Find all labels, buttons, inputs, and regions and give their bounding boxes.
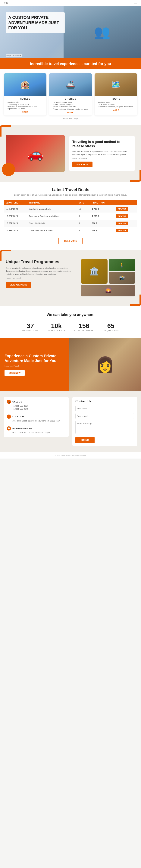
stress-title: Traveling is a good method to release st…: [72, 140, 132, 149]
hero-section: 👥 A CUSTOM PRIVATE ADVENTURE MADE JUST F…: [0, 6, 141, 58]
row3-departure: 16 SEP 2023: [4, 220, 27, 227]
adventure-book-button[interactable]: BOOK NOW: [4, 370, 25, 376]
tours-card: 🗺️ TOURS Preferred rates 200+ vetted pro…: [95, 73, 137, 116]
book-now-button[interactable]: BOOK NOW: [72, 161, 93, 167]
programmes-body: Sed ut perspiciatis unde omnis iste natu…: [6, 267, 76, 276]
contact-location: 📍 LOCATION 101, Block Street, 21 Avenue,…: [7, 414, 66, 423]
submit-button[interactable]: SUBMIT: [75, 437, 95, 443]
stats-title: We can take you anywhere: [4, 313, 137, 317]
tours-more-link[interactable]: MORE: [97, 109, 135, 111]
tours-feature-1: Preferred rates: [97, 101, 135, 103]
adventure-section: Experience a Custom Private Adventure Ma…: [0, 338, 141, 391]
stat-destinations-label: DESTINATIONS: [22, 330, 38, 332]
orange-banner: Incredible travel experiences, curated f…: [0, 58, 141, 69]
hotels-card: 🏨 HOTELS Breakfast daily 4 star dining, …: [4, 73, 46, 116]
row4-trip: Cape Town to Cape Town: [27, 227, 77, 234]
row1-departure: 15 SEP 2023: [4, 206, 27, 213]
contact-form: Contact Us SUBMIT: [72, 397, 137, 446]
row1-days: 16: [77, 206, 90, 213]
contact-section: 📞 CALL US +1 (234) 555-2367 +1 (234) 555…: [0, 391, 141, 452]
programme-image-2: 🚶: [109, 259, 135, 271]
row4-departure: 16 SEP 2023: [4, 227, 27, 234]
row1-price: 1 703 $: [90, 206, 114, 213]
footer-text: © 2023 Travel Agency. All rights reserve…: [55, 455, 86, 456]
footer: © 2023 Travel Agency. All rights reserve…: [0, 452, 141, 459]
row3-view-btn[interactable]: VIEW TRIP: [116, 222, 128, 225]
location-icon: 📍: [7, 414, 11, 419]
cruises-feature-1: Dedicated onboard hosts: [51, 101, 90, 103]
programme-image-3: 📸: [109, 272, 135, 284]
message-field[interactable]: [75, 421, 134, 435]
message-input[interactable]: [75, 421, 134, 434]
hotels-more-link[interactable]: MORE: [6, 111, 44, 113]
contact-call-us: 📞 CALL US +1 (234) 555-2367 +1 (234) 555…: [7, 400, 66, 411]
programmes-section: Unique Travel Programmes Sed ut perspici…: [0, 250, 141, 306]
name-input[interactable]: [75, 406, 134, 411]
logo: logo: [4, 1, 8, 4]
tours-feature-3: Access to more than 1,500 global destina…: [97, 106, 135, 108]
hero-title: A CUSTOM PRIVATE ADVENTURE MADE JUST FOR…: [6, 12, 65, 33]
row4-view-btn[interactable]: VIEW TRIP: [116, 229, 128, 232]
row2-view-btn[interactable]: VIEW TRIP: [116, 214, 128, 218]
travel-stress-section: 🚗 Traveling is a good method to release …: [0, 125, 141, 182]
programme-image-4: 🌄: [81, 285, 135, 297]
programmes-credit: Images from Freepik: [6, 277, 76, 279]
cruises-title: CRUISES: [51, 98, 90, 100]
row4-price: 368 $: [90, 227, 114, 234]
name-field[interactable]: [75, 406, 134, 411]
deals-subtitle: Lorem ipsum dolor sit amet, consectetur …: [4, 193, 137, 196]
stat-destinations: 37 DESTINATIONS: [22, 322, 38, 332]
hotels-feature-1: Breakfast daily: [6, 101, 44, 103]
deals-read-more-button[interactable]: READ MORE: [59, 238, 82, 244]
hotels-feature-2: 4 star dining, air travel credit: [6, 104, 44, 105]
stat-clients: 10k HAPPY CLIENTS: [48, 322, 65, 332]
adventure-title: Experience a Custom Private Adventure Ma…: [4, 353, 65, 363]
cards-image-credit: Images from Freepik: [4, 118, 137, 120]
deals-header-departure: DEPARTURE: [4, 200, 27, 206]
hours-detail: Mon — Fri: 9 am — 8 pm, Sat: 9 am — 5 pm: [12, 431, 66, 434]
row1-view-btn[interactable]: VIEW TRIP: [116, 207, 128, 211]
call-us-detail: +1 (234) 555-2367 +1 (234) 555-9874: [12, 405, 66, 411]
location-detail: 101, Block Street, 21 Avenue, New York, …: [12, 420, 66, 423]
stat-coffee: 156 CUPS OF COFFEE: [74, 322, 94, 332]
cruises-feature-4: Private port tours, shipboard credits, a…: [51, 108, 90, 110]
contact-hours: 🕐 BUSINESS HOURS Mon — Fri: 9 am — 8 pm,…: [7, 426, 66, 434]
programme-image-1: 🏛️: [81, 259, 108, 284]
hamburger-menu[interactable]: [134, 2, 137, 4]
row3-price: 916 $: [90, 220, 114, 227]
deals-header-trip: TRIP NAME: [27, 200, 77, 206]
stat-ideas-label: UNIQUE IDEAS: [103, 330, 119, 332]
tours-title: TOURS: [97, 98, 135, 100]
deals-row-1: 15 SEP 2023 London to Victoria Falls 16 …: [4, 206, 137, 213]
row2-trip: Zanzibar to Zanzibar North Coast: [27, 213, 77, 220]
stat-clients-label: HAPPY CLIENTS: [48, 330, 65, 332]
travel-deals-section: Latest Travel Deals Lorem ipsum dolor si…: [0, 182, 141, 250]
header: logo: [0, 0, 141, 6]
stat-ideas-number: 65: [103, 322, 119, 330]
deals-row-2: 15 SEP 2023 Zanzibar to Zanzibar North C…: [4, 213, 137, 220]
stats-section: We can take you anywhere 37 DESTINATIONS…: [0, 306, 141, 338]
cruises-feature-2: Private wellness navigators: [51, 104, 90, 105]
row3-days: 3: [77, 220, 90, 227]
stat-clients-number: 10k: [48, 322, 65, 330]
contact-form-title: Contact Us: [75, 400, 134, 403]
stat-ideas: 65 UNIQUE IDEAS: [103, 322, 119, 332]
deals-row-4: 16 SEP 2023 Cape Town to Cape Town 3 368…: [4, 227, 137, 234]
cruises-feature-3: Private destinations worldwide: [51, 106, 90, 108]
deals-header-days: DAYS: [77, 200, 90, 206]
email-input[interactable]: [75, 413, 134, 419]
deals-header-price: PRICE FROM: [90, 200, 114, 206]
cruises-more-link[interactable]: MORE: [51, 112, 90, 114]
stress-body: Duis aute irure dolor in reprehenderit i…: [72, 150, 132, 156]
adventure-credit: Image from Freepik: [4, 365, 65, 367]
clock-icon: 🕐: [7, 426, 11, 431]
location-label: LOCATION: [12, 415, 24, 418]
tours-feature-2: 200+ vetted providers: [97, 104, 135, 105]
programmes-view-all-button[interactable]: VIEW ALL TOURS: [6, 282, 31, 288]
phone-icon: 📞: [7, 400, 11, 404]
stat-coffee-number: 156: [74, 322, 94, 330]
row4-days: 3: [77, 227, 90, 234]
programmes-title: Unique Travel Programmes: [6, 259, 76, 265]
email-field[interactable]: [75, 413, 134, 419]
hotels-feature-3: Hotel exclusive member amenities and exp…: [6, 106, 44, 110]
